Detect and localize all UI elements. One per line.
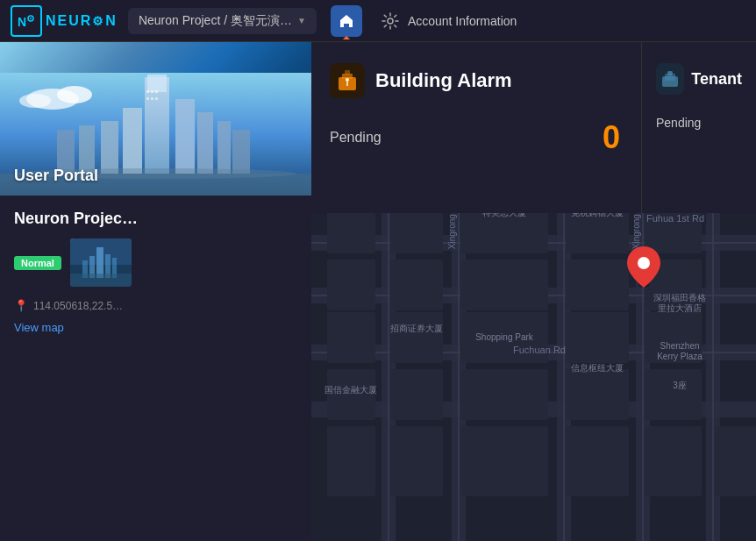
- svg-rect-16: [232, 130, 250, 174]
- svg-text:里拉大酒店: 里拉大酒店: [658, 303, 702, 313]
- alarm-pending-row: Pending 0: [330, 119, 620, 156]
- svg-text:国信金融大厦: 国信金融大厦: [325, 385, 377, 395]
- account-button[interactable]: Account Information: [380, 11, 517, 32]
- svg-rect-25: [155, 97, 158, 100]
- svg-rect-82: [460, 369, 548, 420]
- project-selector[interactable]: Neuron Project / 奥智元演… ▼: [128, 8, 317, 34]
- svg-text:Fuhua 1st Rd: Fuhua 1st Rd: [646, 213, 704, 224]
- project-title: Neuron Projec…: [14, 210, 297, 228]
- svg-rect-85: [327, 426, 375, 496]
- cards-overlay: Building Alarm Pending 0: [311, 42, 756, 213]
- svg-rect-122: [345, 70, 350, 75]
- svg-rect-124: [346, 82, 348, 86]
- svg-rect-13: [101, 121, 118, 174]
- coords-text: 114.050618,22.5…: [33, 300, 123, 312]
- map-container[interactable]: Xingrong 1st Rd Xingrong 2nd Rd Fuhua 1s…: [311, 42, 756, 541]
- svg-rect-84: [645, 369, 702, 420]
- hero-image: User Portal: [0, 42, 311, 196]
- tenant-title-text: Tenant: [691, 70, 742, 89]
- svg-text:Fuchuan Rd: Fuchuan Rd: [513, 345, 566, 355]
- building-alarm-icon: [335, 68, 360, 93]
- svg-rect-11: [197, 112, 213, 174]
- view-map-link[interactable]: View map: [14, 321, 64, 334]
- svg-rect-15: [218, 121, 231, 174]
- alarm-icon: [330, 63, 365, 98]
- svg-rect-78: [566, 312, 629, 363]
- project-name: Neuron Project / 奥智元演…: [139, 13, 292, 29]
- home-button[interactable]: [331, 5, 362, 37]
- gear-icon: [380, 11, 401, 32]
- svg-point-3: [388, 18, 393, 24]
- project-status-row: Normal: [14, 238, 297, 287]
- svg-rect-20: [146, 90, 149, 93]
- tenant-icon: [656, 63, 684, 95]
- svg-rect-22: [155, 90, 158, 93]
- home-icon: [338, 12, 355, 30]
- svg-point-7: [19, 94, 51, 108]
- tenant-pending-row: Pending: [656, 116, 742, 130]
- svg-rect-9: [147, 75, 167, 92]
- svg-text:招商证券大厦: 招商证券大厦: [389, 324, 443, 333]
- logo-text: NEUR⚙N: [46, 13, 118, 29]
- alarm-title-text: Building Alarm: [375, 69, 512, 92]
- thumb-skyline: [70, 238, 132, 287]
- account-label: Account Information: [408, 14, 517, 28]
- svg-rect-10: [175, 99, 195, 174]
- svg-rect-23: [146, 97, 149, 100]
- svg-rect-72: [460, 260, 548, 310]
- alarm-card: Building Alarm Pending 0: [311, 42, 642, 213]
- navbar: N NEUR⚙N Neuron Project / 奥智元演… ▼ Accoun…: [0, 0, 756, 42]
- svg-rect-70: [327, 260, 375, 310]
- svg-rect-80: [327, 369, 375, 420]
- svg-rect-87: [460, 426, 548, 496]
- svg-text:3座: 3座: [673, 381, 687, 390]
- svg-text:信息枢纽大厦: 信息枢纽大厦: [571, 363, 624, 373]
- svg-rect-75: [327, 312, 375, 363]
- svg-rect-12: [123, 108, 142, 174]
- svg-rect-86: [390, 426, 443, 496]
- tenant-person-icon: [660, 69, 680, 89]
- svg-rect-89: [645, 426, 702, 496]
- svg-text:深圳福田香格: 深圳福田香格: [653, 293, 706, 303]
- sidebar: User Portal Neuron Projec… Normal: [0, 42, 311, 541]
- main-content: User Portal Neuron Projec… Normal: [0, 42, 756, 541]
- svg-point-2: [30, 18, 32, 19]
- project-thumbnail: [70, 238, 132, 287]
- status-badge: Normal: [14, 256, 61, 270]
- svg-rect-32: [70, 274, 132, 287]
- svg-text:Shopping Park: Shopping Park: [475, 332, 534, 342]
- svg-rect-33: [70, 238, 132, 265]
- svg-rect-71: [390, 260, 443, 310]
- chevron-down-icon: ▼: [297, 16, 306, 25]
- svg-point-6: [57, 86, 92, 103]
- logo-icon: N: [11, 5, 42, 37]
- svg-text:Kerry Plaza: Kerry Plaza: [657, 352, 703, 361]
- logo[interactable]: N NEUR⚙N: [11, 5, 118, 37]
- svg-rect-81: [390, 369, 443, 420]
- svg-rect-73: [566, 260, 629, 310]
- svg-point-123: [346, 78, 349, 82]
- svg-text:Shenzhen: Shenzhen: [660, 341, 699, 351]
- svg-rect-24: [151, 97, 153, 100]
- project-info: Neuron Projec… Normal: [0, 196, 311, 349]
- alarm-pending-count: 0: [603, 119, 620, 156]
- svg-rect-83: [566, 369, 629, 420]
- svg-point-92: [638, 257, 650, 269]
- svg-rect-88: [566, 426, 629, 496]
- hero-label: User Portal: [14, 167, 98, 185]
- coords-row: 📍 114.050618,22.5…: [14, 299, 297, 312]
- svg-rect-90: [715, 426, 756, 496]
- alarm-pending-label: Pending: [330, 130, 382, 146]
- tenant-card: Tenant Pending: [642, 42, 756, 213]
- svg-text:N: N: [18, 15, 27, 29]
- svg-rect-21: [151, 90, 153, 93]
- location-icon: 📍: [14, 299, 28, 312]
- svg-rect-128: [667, 71, 673, 75]
- tenant-card-title: Tenant: [656, 63, 742, 95]
- alarm-card-title: Building Alarm: [330, 63, 620, 98]
- tenant-pending-label: Pending: [656, 116, 701, 130]
- svg-rect-76: [390, 312, 443, 363]
